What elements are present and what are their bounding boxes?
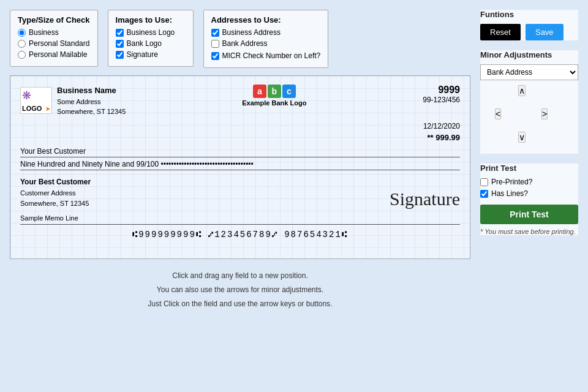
- minor-adj-title: Minor Adjustments: [480, 50, 578, 59]
- memo-line: Sample Memo Line: [20, 214, 460, 225]
- check-type-group: Type/Size of Check Business Personal Sta…: [10, 10, 98, 67]
- minor-adjustments-section: Minor Adjustments Bank Address Business …: [480, 50, 578, 154]
- check-amount: ** 999.99: [428, 133, 461, 142]
- instructions: Click and drag any field to a new positi…: [10, 266, 470, 313]
- logo-area: ❋ LOGO ➤ Business Name Some Address Some…: [20, 85, 126, 117]
- check-type-business[interactable]: Business: [18, 28, 90, 37]
- arrow-right-button[interactable]: >: [541, 108, 548, 119]
- check-top-row: ❋ LOGO ➤ Business Name Some Address Some…: [20, 85, 460, 117]
- check-date: 12/12/2020: [423, 122, 460, 130]
- business-city: Somewhere, ST 12345: [57, 107, 126, 117]
- check-type-personal-mailable[interactable]: Personal Mailable: [18, 50, 90, 59]
- address-bank[interactable]: Bank Address: [211, 39, 321, 48]
- logo-box: ❋ LOGO ➤: [20, 87, 52, 114]
- pre-printed-checkbox[interactable]: [480, 178, 488, 186]
- print-test-title: Print Test: [480, 164, 578, 173]
- instruction-2: You can also use the arrows for minor ad…: [10, 283, 470, 297]
- print-test-button[interactable]: Print Test: [480, 205, 578, 224]
- written-amount: Nine Hundred and Ninety Nine and 99/100 …: [20, 160, 460, 170]
- addresses-title: Addresses to Use:: [211, 15, 321, 24]
- business-info: Business Name Some Address Somewhere, ST…: [57, 85, 126, 117]
- customer-name: Your Best Customer: [20, 176, 91, 188]
- instruction-3: Just Click on the field and use the arro…: [10, 297, 470, 311]
- functions-title: Funtions: [480, 10, 578, 19]
- print-note: * You must save before printing.: [480, 228, 578, 235]
- reset-button[interactable]: Reset: [480, 24, 521, 40]
- arrow-left-button[interactable]: <: [495, 108, 501, 119]
- micr-checkbox[interactable]: MICR Check Number on Left?: [211, 51, 321, 60]
- arrow-grid: ∧ < > ∨: [480, 85, 578, 154]
- save-button[interactable]: Save: [526, 24, 564, 40]
- check-number: 9999: [423, 85, 460, 96]
- images-group: Images to Use: Business Logo Bank Logo S…: [108, 10, 194, 67]
- check-preview: ❋ LOGO ➤ Business Name Some Address Some…: [10, 75, 470, 259]
- check-bottom-section: Your Best Customer Customer Address Some…: [20, 176, 460, 209]
- logo-arrow-icon: ➤: [45, 105, 50, 112]
- business-name: Business Name: [57, 85, 126, 97]
- abc-a: a: [253, 85, 266, 98]
- check-date-row: 12/12/2020: [20, 122, 460, 130]
- arrow-down-button[interactable]: ∨: [518, 132, 526, 143]
- images-title: Images to Use:: [116, 15, 186, 24]
- options-row: Type/Size of Check Business Personal Sta…: [10, 10, 470, 68]
- right-panel: Funtions Reset Save Minor Adjustments Ba…: [480, 10, 578, 313]
- abc-b: b: [268, 85, 281, 98]
- customer-street: Customer Address: [20, 188, 91, 199]
- logo-flower-icon: ❋: [22, 89, 31, 102]
- check-amount-row: ** 999.99: [20, 133, 460, 142]
- payto-label: Your Best Customer: [20, 147, 86, 156]
- abc-c: c: [282, 85, 296, 98]
- arrow-up-button[interactable]: ∧: [518, 85, 526, 96]
- adjustment-dropdown[interactable]: Bank Address Business Address Check Numb…: [480, 64, 578, 80]
- customer-address: Your Best Customer Customer Address Some…: [20, 176, 91, 209]
- pre-printed-label[interactable]: Pre-Printed?: [480, 178, 578, 186]
- micr-line: ⑆999999999⑆ ⑇123456789⑇ 987654321⑆: [20, 230, 460, 239]
- has-lines-checkbox[interactable]: [480, 190, 488, 198]
- logo-label: LOGO: [22, 105, 42, 112]
- bank-logo-label: Example Bank Logo: [242, 99, 306, 107]
- check-type-personal-standard[interactable]: Personal Standard: [18, 39, 90, 48]
- addresses-group: Addresses to Use: Business Address Bank …: [203, 10, 329, 68]
- image-signature[interactable]: Signature: [116, 50, 186, 59]
- check-payto-row: Your Best Customer: [20, 147, 460, 157]
- abc-logo: a b c: [253, 85, 296, 98]
- business-address: Some Address: [57, 97, 126, 107]
- check-number-area: 9999 99-123/456: [423, 85, 460, 104]
- functions-btn-row: Reset Save: [480, 24, 578, 40]
- customer-city: Somewhere, ST 12345: [20, 198, 91, 209]
- bank-logo-area: a b c Example Bank Logo: [242, 85, 306, 107]
- signature: Signature: [390, 176, 460, 209]
- check-type-title: Type/Size of Check: [18, 15, 90, 24]
- address-business[interactable]: Business Address: [211, 28, 321, 37]
- routing-number: 99-123/456: [423, 96, 460, 104]
- print-test-section: Print Test Pre-Printed? Has Lines? Print…: [480, 164, 578, 235]
- image-bank-logo[interactable]: Bank Logo: [116, 39, 186, 48]
- image-business-logo[interactable]: Business Logo: [116, 28, 186, 37]
- has-lines-label[interactable]: Has Lines?: [480, 189, 578, 198]
- functions-section: Funtions Reset Save: [480, 10, 578, 40]
- instruction-1: Click and drag any field to a new positi…: [10, 269, 470, 283]
